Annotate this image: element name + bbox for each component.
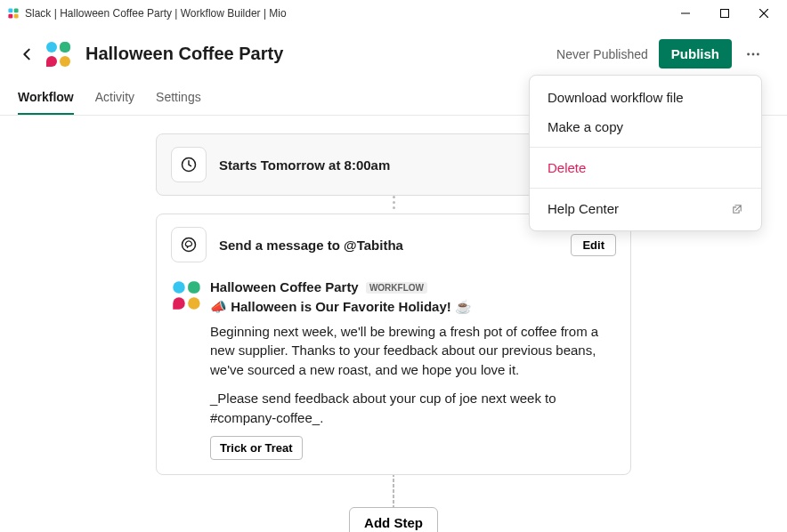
tab-activity[interactable]: Activity (95, 83, 134, 115)
slack-icon (7, 7, 20, 20)
publish-button[interactable]: Publish (659, 39, 732, 69)
svg-rect-8 (60, 42, 70, 52)
message-body: Beginning next week, we'll be brewing a … (210, 322, 616, 380)
message-step-card: Send a message to @Tabitha Edit Hallowee… (156, 214, 631, 475)
app-name: Halloween Coffee Party (210, 279, 359, 294)
menu-help-label: Help Center (548, 201, 619, 216)
step-title: Send a message to @Tabitha (219, 238, 571, 253)
publish-status: Never Published (556, 47, 648, 61)
svg-point-9 (60, 56, 70, 67)
svg-point-16 (188, 297, 200, 310)
more-actions-button[interactable] (741, 42, 766, 67)
svg-rect-3 (14, 14, 19, 19)
svg-point-11 (752, 52, 755, 55)
maximize-button[interactable] (705, 1, 744, 26)
more-actions-menu: Download workflow file Make a copy Delet… (529, 75, 762, 231)
trick-or-treat-button[interactable]: Trick or Treat (210, 436, 303, 460)
svg-rect-2 (8, 14, 12, 19)
message-icon (171, 227, 207, 262)
message-title: 📣 Halloween is Our Favorite Holiday! ☕ (210, 297, 616, 317)
window-controls (666, 1, 783, 26)
menu-delete[interactable]: Delete (530, 153, 761, 182)
clock-icon (171, 147, 207, 182)
menu-separator (530, 188, 761, 189)
page-title: Halloween Coffee Party (85, 44, 556, 64)
svg-rect-0 (8, 8, 12, 12)
menu-download[interactable]: Download workflow file (530, 83, 761, 112)
window-title: Slack | Halloween Coffee Party | Workflo… (25, 7, 666, 20)
edit-button[interactable]: Edit (571, 234, 616, 256)
svg-point-12 (757, 52, 759, 55)
message-feedback: _Please send feedback about your cup of … (210, 389, 616, 428)
header: Halloween Coffee Party Never Published P… (0, 27, 787, 81)
add-step-button[interactable]: Add Step (349, 507, 438, 532)
svg-point-14 (183, 238, 196, 252)
message-content: Halloween Coffee Party WORKFLOW 📣 Hallow… (210, 278, 616, 460)
connector (392, 196, 395, 214)
menu-make-copy[interactable]: Make a copy (530, 112, 761, 141)
tab-workflow[interactable]: Workflow (18, 83, 74, 115)
menu-help-center[interactable]: Help Center (530, 194, 761, 223)
svg-rect-15 (188, 281, 200, 294)
connector (392, 475, 395, 507)
ellipsis-icon (745, 46, 761, 62)
close-button[interactable] (744, 1, 783, 26)
message-preview: Halloween Coffee Party WORKFLOW 📣 Hallow… (157, 272, 630, 474)
workflow-logo (45, 40, 73, 69)
menu-separator (530, 147, 761, 148)
svg-rect-5 (721, 10, 729, 18)
app-avatar (171, 279, 203, 311)
minimize-button[interactable] (666, 1, 705, 26)
svg-rect-1 (14, 8, 19, 12)
svg-point-10 (747, 52, 750, 55)
trigger-text: Starts Tomorrow at 8:00am (219, 157, 390, 173)
external-link-icon (731, 203, 743, 215)
tab-settings[interactable]: Settings (156, 83, 201, 115)
workflow-badge: WORKFLOW (366, 282, 427, 294)
titlebar: Slack | Halloween Coffee Party | Workflo… (0, 0, 787, 27)
back-button[interactable] (16, 44, 37, 65)
